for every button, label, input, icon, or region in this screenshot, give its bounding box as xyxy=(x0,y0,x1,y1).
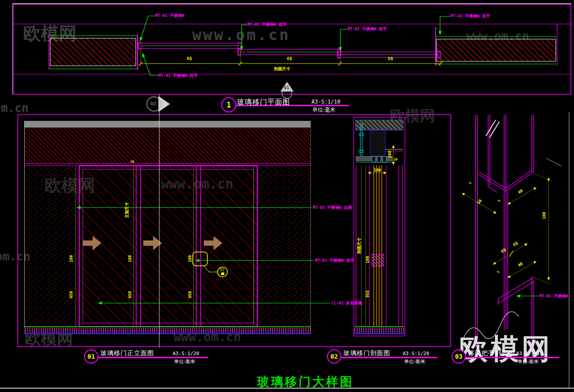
dim-eq: EQ xyxy=(287,56,292,61)
dim-100: 100 xyxy=(188,255,192,262)
elevation-title: 玻璃移门正立面图 xyxy=(101,349,154,357)
handle-title: 移门把手剖面图 xyxy=(468,349,515,357)
dim-50: 50 xyxy=(130,160,134,164)
dim-100: 100 xyxy=(69,255,73,262)
handle-scale: A3-S:1/15 xyxy=(516,351,543,356)
section-unit: 单位:毫米 xyxy=(404,358,425,365)
material-label: MT-01 不锈钢A 拉手 xyxy=(158,73,198,79)
plan-unit: 单位:毫米 xyxy=(312,106,336,114)
dim-950: 950 xyxy=(188,291,192,298)
section-callout-number: 02 xyxy=(327,349,341,364)
material-label: MT-01 不锈钢A 拉手 xyxy=(348,26,387,32)
elevation-unit: 单位:毫米 xyxy=(174,358,195,365)
sheet-title: 玻璃移门大样图 xyxy=(257,374,354,390)
dim-200: 200 xyxy=(388,151,392,158)
plan-callout-number: 1 xyxy=(221,97,236,112)
dim-100: 100 xyxy=(365,256,370,263)
dim-col-label: 立面尺寸 xyxy=(124,202,130,218)
dim-col-label: 剖面尺寸 xyxy=(356,238,362,254)
section-title: 玻璃移门剖面图 xyxy=(344,349,390,357)
plan-scale: A3-S:1/10 xyxy=(311,99,340,105)
dim-eq: EQ xyxy=(187,56,192,61)
dim-950: 950 xyxy=(69,291,73,298)
handle-unit: 单位:毫米 xyxy=(517,358,539,365)
material-label: MT-01 不锈钢A 拉手 xyxy=(247,22,287,28)
cad-sheet: 欧模网 www.om.cn www.om.cn 0m.cn 欧模网 欧模网 ww… xyxy=(0,0,574,392)
dim-100: 100 xyxy=(542,212,546,219)
handle-callout-number: 03 xyxy=(452,349,466,364)
dim-950: 950 xyxy=(128,291,132,298)
material-label: MT-01 不锈钢A 拉手 xyxy=(451,13,490,19)
material-label: MT-01 不锈钢A 边框 xyxy=(313,205,352,211)
elevation-scale: A3-S:1/20 xyxy=(173,351,199,356)
elevation-callout-number: 01 xyxy=(84,349,98,364)
dim-955: 955 xyxy=(365,290,370,297)
dim-100: 100 xyxy=(128,255,132,262)
section-marker-02: 02 xyxy=(150,101,156,107)
dim-row-label: 剖面尺寸 xyxy=(274,66,290,72)
plan-title: 玻璃移门平面图 xyxy=(237,98,290,107)
dim-eq: EQ xyxy=(388,56,393,61)
material-label: MT-01 不锈钢A xyxy=(539,293,568,299)
material-label: CL-02 灰色茶镜 xyxy=(331,300,362,306)
dim-160: 160 xyxy=(374,168,381,172)
handle-detail-view xyxy=(476,115,534,348)
section-scale: A3-S:1/20 xyxy=(403,351,429,356)
material-label: MT-01 不锈钢A xyxy=(155,13,184,19)
section-marker-01: 01 xyxy=(284,85,289,90)
dim-20: 20 xyxy=(394,158,397,161)
material-label: MT-01 不锈钢A 拉手 xyxy=(315,258,354,264)
detail-ref-03: 03 xyxy=(220,268,224,272)
